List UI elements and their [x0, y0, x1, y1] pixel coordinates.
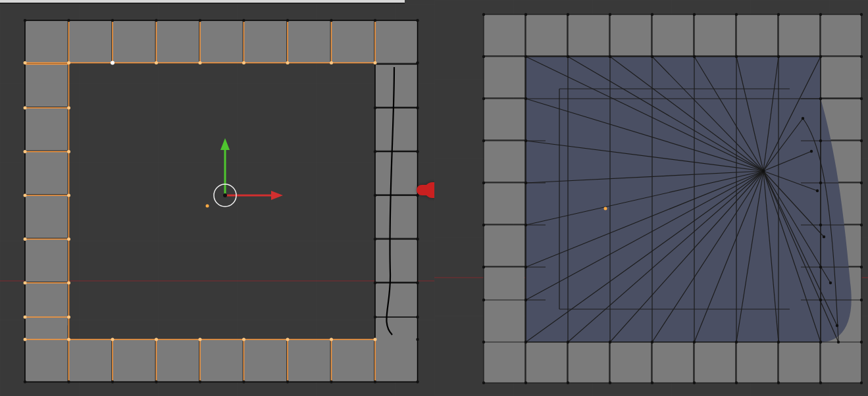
svg-point-37: [242, 61, 245, 64]
svg-point-86: [242, 19, 245, 22]
svg-rect-31: [375, 317, 418, 339]
svg-point-38: [286, 61, 290, 64]
svg-point-72: [374, 282, 376, 284]
svg-point-141: [482, 13, 485, 16]
svg-point-209: [860, 224, 863, 226]
svg-rect-26: [375, 108, 418, 151]
svg-point-179: [836, 324, 838, 327]
svg-point-48: [111, 338, 115, 341]
svg-point-68: [374, 107, 376, 109]
mesh-canvas-right[interactable]: [434, 0, 868, 396]
cursor-3d-icon: [206, 205, 209, 208]
svg-point-173: [761, 169, 765, 172]
svg-point-178: [829, 282, 832, 284]
svg-point-192: [651, 382, 653, 384]
svg-point-40: [374, 61, 377, 64]
mesh-result[interactable]: [482, 13, 863, 384]
svg-rect-112: [694, 14, 735, 55]
svg-point-60: [24, 282, 27, 285]
svg-point-154: [567, 341, 569, 343]
svg-point-59: [24, 237, 27, 241]
svg-point-186: [735, 13, 738, 16]
svg-point-66: [24, 380, 26, 383]
svg-point-150: [735, 55, 738, 58]
svg-rect-10: [69, 339, 112, 382]
svg-rect-128: [484, 183, 524, 224]
svg-point-172: [819, 299, 822, 301]
svg-point-159: [777, 341, 780, 343]
svg-point-165: [524, 266, 527, 268]
svg-point-70: [374, 194, 376, 197]
mesh-canvas-left[interactable]: [0, 4, 434, 396]
svg-point-74: [416, 61, 419, 64]
svg-point-174: [802, 117, 804, 120]
svg-point-184: [651, 13, 653, 16]
svg-point-208: [860, 182, 863, 184]
svg-point-89: [374, 19, 376, 22]
svg-rect-5: [244, 20, 287, 63]
svg-rect-22: [25, 239, 68, 282]
svg-rect-9: [25, 339, 68, 382]
svg-rect-27: [375, 152, 418, 195]
svg-point-171: [819, 266, 822, 268]
svg-point-167: [819, 97, 822, 100]
svg-point-160: [819, 341, 822, 343]
svg-point-78: [416, 237, 419, 240]
svg-point-205: [860, 55, 863, 58]
svg-point-94: [242, 380, 245, 383]
svg-point-53: [330, 338, 333, 341]
svg-point-58: [24, 194, 27, 197]
svg-rect-1: [69, 20, 112, 63]
svg-rect-126: [484, 99, 524, 139]
svg-point-42: [67, 150, 70, 153]
svg-point-166: [524, 299, 527, 301]
svg-point-83: [111, 19, 114, 22]
svg-point-41: [67, 107, 70, 110]
svg-point-152: [819, 55, 822, 58]
svg-rect-17: [375, 339, 418, 382]
svg-point-93: [199, 380, 201, 383]
svg-point-203: [482, 299, 485, 301]
svg-point-95: [286, 380, 289, 383]
svg-point-69: [374, 150, 376, 153]
mesh-frame[interactable]: [24, 19, 419, 384]
svg-point-180: [837, 341, 840, 343]
svg-point-195: [777, 382, 780, 384]
svg-point-87: [286, 19, 289, 22]
svg-point-47: [67, 338, 70, 341]
svg-point-189: [524, 382, 527, 384]
svg-point-190: [567, 382, 569, 384]
svg-point-103: [223, 193, 227, 197]
svg-rect-109: [568, 14, 609, 55]
svg-point-35: [155, 61, 158, 64]
svg-point-191: [609, 382, 611, 384]
svg-marker-99: [220, 138, 230, 150]
svg-point-80: [416, 316, 419, 318]
svg-point-204: [482, 341, 485, 343]
viewport-right-after[interactable]: [434, 0, 868, 396]
svg-rect-16: [332, 339, 374, 382]
svg-rect-25: [375, 64, 418, 107]
svg-rect-116: [484, 342, 524, 383]
svg-rect-110: [610, 14, 651, 55]
svg-marker-101: [271, 191, 283, 200]
svg-rect-18: [25, 64, 68, 107]
svg-point-201: [482, 224, 485, 226]
svg-point-49: [155, 338, 158, 341]
svg-point-198: [482, 97, 485, 100]
transform-gizmo[interactable]: [214, 138, 283, 207]
svg-point-52: [286, 338, 290, 341]
svg-point-90: [67, 380, 70, 383]
svg-rect-8: [375, 20, 418, 63]
svg-rect-124: [821, 342, 861, 383]
svg-rect-113: [736, 14, 777, 55]
svg-point-57: [24, 150, 27, 153]
svg-point-176: [816, 189, 819, 192]
svg-point-177: [823, 235, 825, 238]
svg-rect-24: [25, 317, 68, 339]
svg-rect-19: [25, 108, 68, 151]
svg-rect-7: [332, 20, 374, 63]
svg-point-199: [482, 139, 485, 142]
svg-rect-108: [526, 14, 567, 55]
viewport-left-before[interactable]: [0, 4, 434, 396]
